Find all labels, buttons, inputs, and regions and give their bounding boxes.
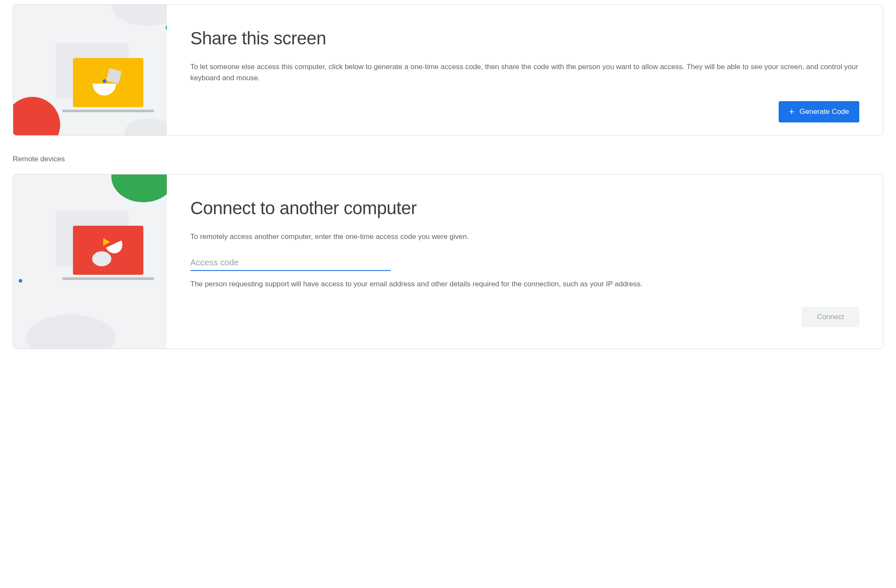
decorative-laptop-base xyxy=(62,277,154,280)
decorative-shape xyxy=(92,251,111,266)
connect-actions: Connect xyxy=(190,307,859,327)
share-actions: + Generate Code xyxy=(190,101,859,122)
decorative-blob xyxy=(13,97,60,135)
decorative-dot xyxy=(103,79,106,83)
decorative-triangle xyxy=(103,238,110,246)
decorative-blob xyxy=(111,5,167,26)
plus-icon: + xyxy=(789,107,794,116)
share-screen-card: Share this screen To let someone else ac… xyxy=(13,4,883,136)
decorative-dot xyxy=(166,25,167,30)
share-description: To let someone else access this computer… xyxy=(190,61,859,84)
connect-card: Connect to another computer To remotely … xyxy=(13,174,883,349)
generate-code-label: Generate Code xyxy=(800,108,849,116)
access-code-input[interactable] xyxy=(190,255,391,271)
generate-code-button[interactable]: + Generate Code xyxy=(779,101,859,122)
remote-devices-label: Remote devices xyxy=(13,155,883,163)
decorative-blob xyxy=(111,175,167,202)
decorative-laptop-base xyxy=(62,110,154,112)
connect-helper-text: The person requesting support will have … xyxy=(190,279,859,290)
connect-content: Connect to another computer To remotely … xyxy=(167,175,883,349)
decorative-laptop xyxy=(73,58,143,107)
share-title: Share this screen xyxy=(190,28,859,49)
share-content: Share this screen To let someone else ac… xyxy=(167,5,883,135)
share-illustration xyxy=(13,5,167,135)
connect-button[interactable]: Connect xyxy=(802,307,859,327)
connect-illustration xyxy=(13,175,167,349)
decorative-dot xyxy=(19,279,22,282)
decorative-blob xyxy=(26,314,116,349)
connect-description: To remotely access another computer, ent… xyxy=(190,231,859,242)
decorative-blob xyxy=(124,118,167,135)
connect-title: Connect to another computer xyxy=(190,198,859,218)
